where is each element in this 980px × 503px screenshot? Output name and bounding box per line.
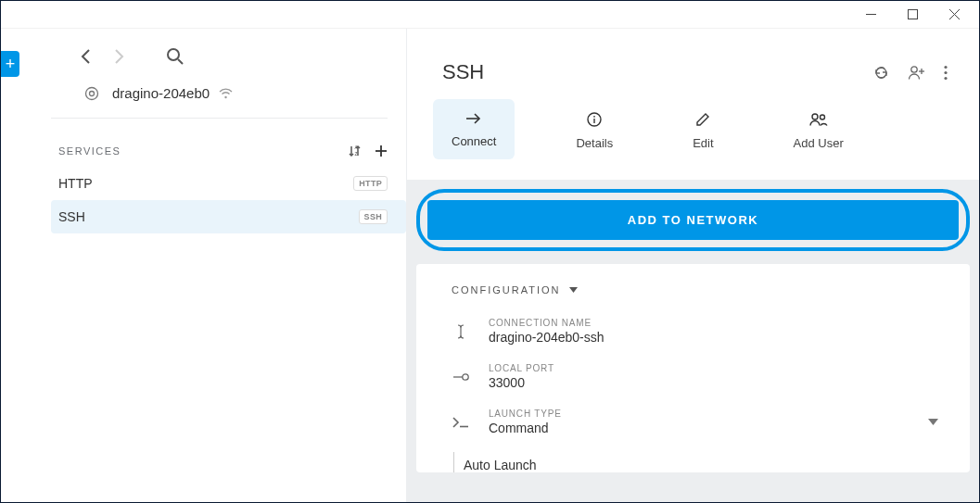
device-name: dragino-204eb0 xyxy=(112,85,210,101)
service-badge: HTTP xyxy=(353,176,388,191)
field-launch-type[interactable]: LAUNCH TYPE Command xyxy=(444,403,942,448)
text-cursor-icon xyxy=(452,323,470,340)
window-titlebar xyxy=(1,1,979,29)
service-name: HTTP xyxy=(58,176,93,191)
svg-point-26 xyxy=(820,115,824,119)
service-item-http[interactable]: HTTP HTTP xyxy=(51,167,406,200)
auto-launch-label: Auto Launch xyxy=(464,458,537,472)
action-label: Connect xyxy=(452,134,496,148)
svg-point-4 xyxy=(168,49,179,60)
field-local-port: LOCAL PORT 33000 xyxy=(444,358,942,403)
action-connect[interactable]: Connect xyxy=(433,99,515,159)
action-edit[interactable]: Edit xyxy=(674,99,732,159)
service-badge: SSH xyxy=(359,209,388,224)
page-title: SSH xyxy=(442,60,484,84)
users-icon xyxy=(808,112,829,127)
svg-point-6 xyxy=(86,87,98,99)
pencil-icon xyxy=(695,112,710,127)
field-label: CONNECTION NAME xyxy=(489,318,942,328)
action-row: Connect Details Edit Add User xyxy=(407,99,979,180)
field-connection-name: CONNECTION NAME dragino-204eb0-ssh xyxy=(444,312,942,358)
services-header: SERVICES AZ xyxy=(51,119,406,167)
configuration-panel: CONFIGURATION CONNECTION NAME dragino-20… xyxy=(416,264,970,472)
add-tab-button[interactable]: + xyxy=(1,51,19,77)
field-value[interactable]: 33000 xyxy=(489,375,942,390)
target-icon xyxy=(84,86,99,101)
minimize-button[interactable] xyxy=(850,1,892,29)
close-button[interactable] xyxy=(934,1,975,29)
field-label: LAUNCH TYPE xyxy=(489,409,928,419)
action-label: Details xyxy=(576,136,613,150)
more-menu-button[interactable] xyxy=(944,65,948,81)
info-icon xyxy=(587,112,602,127)
main-header: SSH xyxy=(407,29,979,99)
action-label: Add User xyxy=(794,136,844,150)
sidebar-nav-row xyxy=(51,29,406,72)
auto-launch-toggle[interactable] xyxy=(550,459,568,471)
svg-point-23 xyxy=(593,116,595,118)
forward-button[interactable] xyxy=(110,48,127,65)
svg-point-19 xyxy=(944,70,947,73)
action-label: Edit xyxy=(693,136,713,150)
terminal-icon xyxy=(452,417,470,428)
svg-point-28 xyxy=(463,373,468,379)
svg-point-8 xyxy=(224,95,226,97)
svg-marker-27 xyxy=(569,287,578,293)
svg-line-5 xyxy=(178,59,183,64)
field-label: LOCAL PORT xyxy=(489,363,942,373)
service-name: SSH xyxy=(58,209,85,224)
device-row[interactable]: dragino-204eb0 xyxy=(51,72,388,119)
add-user-icon-button[interactable] xyxy=(908,65,925,81)
refresh-button[interactable] xyxy=(873,65,889,81)
svg-point-25 xyxy=(812,114,818,119)
sidebar: dragino-204eb0 SERVICES AZ HTTP HTTP SSH… xyxy=(1,29,407,502)
svg-marker-31 xyxy=(928,419,938,425)
chevron-down-icon xyxy=(928,419,938,425)
field-value: Command xyxy=(489,421,928,435)
back-button[interactable] xyxy=(77,48,94,65)
action-add-user[interactable]: Add User xyxy=(775,99,862,159)
service-item-ssh[interactable]: SSH SSH xyxy=(51,200,406,233)
key-icon xyxy=(452,372,470,382)
svg-text:Z: Z xyxy=(355,151,358,157)
field-value[interactable]: dragino-204eb0-ssh xyxy=(489,330,942,345)
maximize-button[interactable] xyxy=(892,1,934,29)
svg-point-15 xyxy=(911,66,917,71)
caret-down-icon xyxy=(569,287,578,293)
svg-point-20 xyxy=(944,76,947,79)
action-details[interactable]: Details xyxy=(557,99,631,159)
svg-point-7 xyxy=(90,91,95,95)
configuration-header[interactable]: CONFIGURATION xyxy=(452,284,942,296)
search-button[interactable] xyxy=(166,47,184,65)
svg-point-18 xyxy=(944,65,947,68)
configuration-label: CONFIGURATION xyxy=(452,284,560,296)
content-area: ADD TO NETWORK CONFIGURATION CONNECTION … xyxy=(407,180,979,502)
sort-button[interactable]: AZ xyxy=(349,145,362,157)
arrow-right-icon xyxy=(465,112,482,125)
main-panel: SSH Connect xyxy=(407,29,979,502)
add-to-network-button[interactable]: ADD TO NETWORK xyxy=(427,200,959,240)
services-label: SERVICES xyxy=(58,145,121,157)
svg-rect-1 xyxy=(909,10,918,19)
wifi-icon xyxy=(219,88,233,99)
plus-icon: + xyxy=(6,55,16,74)
add-service-button[interactable] xyxy=(375,145,388,157)
field-auto-launch: Auto Launch xyxy=(453,452,942,472)
add-network-highlight: ADD TO NETWORK xyxy=(416,189,970,251)
